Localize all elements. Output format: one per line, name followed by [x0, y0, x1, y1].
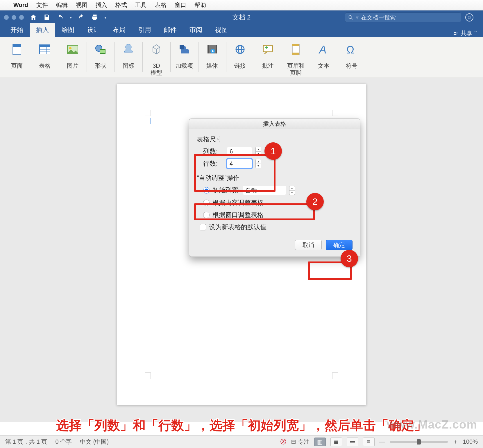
media-icon	[203, 41, 221, 58]
margin-mark-icon	[145, 372, 151, 379]
undo-dropdown-icon[interactable]: ▾	[70, 15, 72, 20]
status-page[interactable]: 第 1 页，共 1 页	[5, 438, 47, 446]
chevron-up-icon[interactable]: ▴	[289, 186, 295, 191]
group-symbols[interactable]: Ω 符号	[338, 39, 366, 78]
menu-file[interactable]: 文件	[36, 1, 48, 9]
view-print-layout-icon[interactable]: ▥	[314, 438, 326, 446]
menu-help[interactable]: 帮助	[194, 1, 206, 9]
zoom-in-button[interactable]: ＋	[452, 438, 458, 446]
zoom-window-icon[interactable]	[19, 15, 24, 20]
focus-mode-button[interactable]: 专注	[291, 438, 310, 446]
comment-icon	[259, 41, 277, 58]
radio-fit-window[interactable]	[203, 212, 210, 218]
tab-insert[interactable]: 插入	[30, 23, 55, 37]
search-input[interactable]: ▾ 在文档中搜索	[345, 12, 461, 22]
tab-references[interactable]: 引用	[132, 23, 158, 37]
group-label: 图片	[67, 62, 78, 69]
cancel-button[interactable]: 取消	[295, 240, 322, 250]
minimize-window-icon[interactable]	[12, 15, 16, 20]
svg-rect-29	[292, 440, 295, 444]
menu-insert[interactable]: 插入	[96, 1, 107, 9]
rows-stepper[interactable]: ▴▾	[255, 159, 261, 168]
initial-width-stepper[interactable]: ▴▾	[289, 186, 295, 195]
chevron-up-icon[interactable]: ▴	[256, 147, 261, 152]
close-window-icon[interactable]	[4, 15, 9, 20]
view-web-layout-icon[interactable]: ≣	[330, 438, 342, 446]
picture-icon	[64, 41, 81, 58]
radio-fit-content[interactable]	[203, 200, 210, 206]
menu-tools[interactable]: 工具	[135, 1, 147, 9]
tab-view[interactable]: 视图	[209, 23, 234, 37]
home-icon[interactable]	[30, 14, 37, 21]
cols-stepper[interactable]: ▴▾	[255, 147, 261, 156]
radio-fit-window-label: 根据窗口调整表格	[212, 211, 264, 219]
ribbon-collapse-icon[interactable]: ˇ	[477, 15, 479, 20]
svg-rect-4	[13, 44, 21, 47]
group-header-footer[interactable]: 页眉和 页脚	[282, 39, 310, 78]
undo-icon[interactable]	[56, 14, 64, 21]
traffic-lights[interactable]	[4, 15, 24, 20]
checkbox-default[interactable]	[200, 224, 206, 230]
group-links[interactable]: 链接	[226, 39, 254, 78]
svg-text:Ω: Ω	[346, 44, 354, 56]
group-table[interactable]: 表格	[31, 39, 59, 78]
print-icon[interactable]	[91, 14, 99, 21]
cols-field[interactable]	[227, 147, 252, 156]
menu-table[interactable]: 表格	[155, 1, 167, 9]
menu-window[interactable]: 窗口	[175, 1, 186, 9]
status-language[interactable]: 中文 (中国)	[80, 438, 109, 446]
group-comment[interactable]: 批注	[254, 39, 282, 78]
tab-mail[interactable]: 邮件	[158, 23, 183, 37]
print-dropdown-icon[interactable]: ▾	[104, 15, 106, 20]
svg-rect-14	[100, 49, 105, 53]
feedback-icon[interactable]: ☺	[465, 13, 473, 21]
group-label: 页面	[11, 62, 23, 69]
redo-icon[interactable]	[78, 14, 85, 21]
zoom-level[interactable]: 100%	[463, 438, 478, 445]
group-shapes[interactable]: 形状	[87, 39, 115, 78]
initial-width-field[interactable]: 自动	[243, 186, 286, 195]
tab-review[interactable]: 审阅	[183, 23, 209, 37]
group-icons[interactable]: 图标	[115, 39, 142, 78]
group-label: 页眉和 页脚	[287, 62, 305, 76]
group-pictures[interactable]: 图片	[59, 39, 87, 78]
chevron-up-icon[interactable]: ▴	[256, 159, 261, 164]
tab-layout[interactable]: 布局	[106, 23, 132, 37]
view-outline-icon[interactable]: ≔	[347, 438, 358, 446]
svg-rect-23	[263, 45, 273, 52]
margin-mark-icon	[332, 372, 338, 379]
menu-view[interactable]: 视图	[76, 1, 87, 9]
tab-home[interactable]: 开始	[4, 23, 30, 37]
zoom-out-button[interactable]: —	[379, 438, 385, 445]
svg-rect-17	[207, 45, 209, 53]
share-button[interactable]: 共享 ˆ	[453, 29, 479, 37]
save-icon[interactable]	[43, 14, 51, 21]
tab-design[interactable]: 设计	[81, 23, 106, 37]
zoom-slider[interactable]	[390, 441, 448, 443]
rows-field[interactable]	[227, 159, 252, 168]
group-pages[interactable]: 页面	[3, 39, 31, 78]
link-icon	[231, 41, 249, 58]
group-3d[interactable]: 3D 模型	[142, 39, 170, 78]
icons-icon	[120, 41, 137, 58]
section-autofit-label: “自动调整”操作	[197, 173, 353, 182]
chevron-down-icon[interactable]: ▾	[256, 164, 261, 168]
group-text[interactable]: A 文本	[310, 39, 338, 78]
ok-button[interactable]: 确定	[326, 240, 353, 250]
radio-initial-width[interactable]	[203, 187, 210, 193]
app-name[interactable]: Word	[13, 2, 28, 8]
view-draft-icon[interactable]: ≡	[363, 438, 375, 446]
svg-point-2	[454, 32, 456, 33]
addins-icon	[176, 41, 193, 58]
menu-edit[interactable]: 编辑	[56, 1, 68, 9]
menu-format[interactable]: 格式	[115, 1, 127, 9]
chevron-down-icon[interactable]: ▾	[256, 152, 261, 156]
collapse-ribbon-icon[interactable]: ˆ	[475, 30, 477, 37]
chevron-down-icon[interactable]: ▾	[289, 191, 295, 195]
status-wordcount[interactable]: 0 个字	[55, 438, 72, 446]
tab-draw[interactable]: 绘图	[55, 23, 81, 37]
group-media[interactable]: 媒体	[198, 39, 226, 78]
dialog-title: 插入表格	[189, 119, 360, 129]
group-addins[interactable]: 加载项	[170, 39, 198, 78]
macro-record-icon[interactable]: Ⓩ	[280, 438, 286, 446]
